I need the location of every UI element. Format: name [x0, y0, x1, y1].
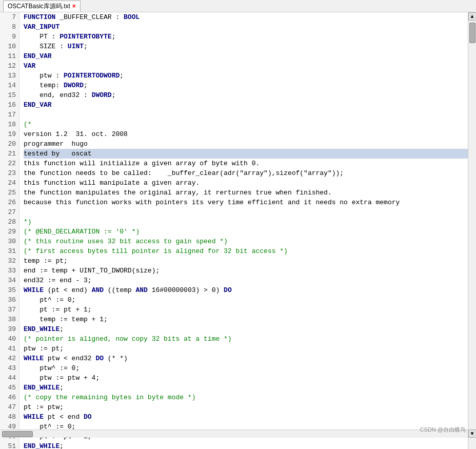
line-number: 7 — [0, 12, 16, 22]
code-line: pt := pt + 1; — [24, 305, 476, 315]
line-number: 11 — [0, 51, 16, 61]
code-line: tested by oscat — [24, 149, 476, 159]
line-number: 33 — [0, 266, 16, 276]
scroll-down-arrow[interactable]: ▼ — [468, 430, 477, 438]
code-line: end32 := end - 3; — [24, 276, 476, 285]
line-number: 15 — [0, 90, 16, 100]
tab-label: OSCATBasic库源码.txt — [8, 2, 70, 11]
line-number: 35 — [0, 285, 16, 295]
code-line: WHILE ptw < end32 DO (* *) — [24, 354, 476, 363]
line-number: 21 — [0, 149, 16, 159]
line-number: 13 — [0, 71, 16, 81]
line-number: 39 — [0, 324, 16, 334]
line-number: 26 — [0, 198, 16, 207]
line-number: 51 — [0, 441, 16, 449]
code-line: pt := ptw; — [24, 402, 476, 412]
line-number: 38 — [0, 315, 16, 324]
line-number: 20 — [0, 139, 16, 149]
code-line: this function will manipulate a given ar… — [24, 178, 476, 188]
editor-container: 7891011121314151617181920212223242526272… — [0, 12, 476, 449]
line-number: 10 — [0, 42, 16, 51]
line-number: 31 — [0, 246, 16, 256]
code-line: ptw := pt; — [24, 344, 476, 354]
line-number: 41 — [0, 344, 16, 354]
line-number: 23 — [0, 168, 16, 178]
code-line: temp := temp + 1; — [24, 315, 476, 324]
line-number: 47 — [0, 402, 16, 412]
line-number: 45 — [0, 383, 16, 393]
code-line: ptw := ptw + 4; — [24, 373, 476, 383]
editor-tab[interactable]: OSCATBasic库源码.txt × — [3, 1, 81, 12]
line-number: 12 — [0, 61, 16, 71]
code-line: temp: DWORD; — [24, 81, 476, 90]
code-line: SIZE : UINT; — [24, 42, 476, 51]
scrollbar-vertical[interactable]: ▲ ▼ — [468, 12, 476, 449]
code-line: END_VAR — [24, 51, 476, 61]
scroll-up-arrow[interactable]: ▲ — [468, 12, 477, 21]
code-line: programmer hugo — [24, 139, 476, 149]
code-line: this function will initialize a given ar… — [24, 159, 476, 168]
code-line: END_WHILE; — [24, 383, 476, 393]
code-line: end, end32 : DWORD; — [24, 90, 476, 100]
line-number: 44 — [0, 373, 16, 383]
watermark: CSDN @自由蝶鸟 — [420, 426, 466, 434]
scroll-thumb[interactable] — [469, 23, 475, 43]
line-number: 43 — [0, 363, 16, 373]
code-line: (* copy the remaining bytes in byte mode… — [24, 393, 476, 402]
code-line: END_WHILE; — [24, 441, 476, 449]
code-line: END_WHILE; — [24, 324, 476, 334]
line-number: 34 — [0, 276, 16, 285]
code-line: WHILE (pt < end) AND ((temp AND 16#00000… — [24, 285, 476, 295]
line-number: 29 — [0, 227, 16, 237]
code-line: (* this routine uses 32 bit access to ga… — [24, 237, 476, 246]
code-line: ptw : POINTER TO DWORD; — [24, 71, 476, 81]
line-number: 24 — [0, 178, 16, 188]
code-line: pt^ := 0; — [24, 295, 476, 305]
code-line: the function manipulates the original ar… — [24, 188, 476, 198]
code-line: FUNCTION _BUFFER_CLEAR : BOOL — [24, 12, 476, 22]
code-line: VAR — [24, 61, 476, 71]
code-line: end := temp + UINT_TO_DWORD(size); — [24, 266, 476, 276]
line-number: 46 — [0, 393, 16, 402]
line-number: 27 — [0, 207, 16, 217]
code-line: (* @END_DECLARATION := '0' *) — [24, 227, 476, 237]
line-number: 14 — [0, 81, 16, 90]
line-number: 18 — [0, 120, 16, 129]
code-line: VAR_INPUT — [24, 22, 476, 32]
code-line: the function needs to be called: _buffer… — [24, 168, 476, 178]
code-line: *) — [24, 217, 476, 227]
code-line — [24, 207, 476, 217]
line-number: 37 — [0, 305, 16, 315]
code-line: WHILE pt < end DO — [24, 412, 476, 422]
line-number: 25 — [0, 188, 16, 198]
line-number: 8 — [0, 22, 16, 32]
line-number: 22 — [0, 159, 16, 168]
line-number: 19 — [0, 129, 16, 139]
code-line: ptw^ := 0; — [24, 363, 476, 373]
code-line — [24, 110, 476, 120]
line-number: 42 — [0, 354, 16, 363]
code-line: because this function works with pointer… — [24, 198, 476, 207]
line-number: 32 — [0, 256, 16, 266]
line-number: 40 — [0, 334, 16, 344]
line-number: 48 — [0, 412, 16, 422]
code-line: PT : POINTER TO BYTE; — [24, 32, 476, 42]
code-line: (* — [24, 120, 476, 129]
line-number: 36 — [0, 295, 16, 305]
line-number: 17 — [0, 110, 16, 120]
line-number: 16 — [0, 100, 16, 110]
title-bar: OSCATBasic库源码.txt × — [0, 0, 476, 12]
code-line: END_VAR — [24, 100, 476, 110]
code-line: temp := pt; — [24, 256, 476, 266]
scrollbar-horizontal[interactable] — [0, 430, 468, 438]
line-number: 9 — [0, 32, 16, 42]
line-numbers: 7891011121314151617181920212223242526272… — [0, 12, 19, 449]
scroll-h-thumb[interactable] — [2, 431, 33, 437]
line-number: 28 — [0, 217, 16, 227]
code-line: (* first access bytes till pointer is al… — [24, 246, 476, 256]
close-icon[interactable]: × — [72, 3, 76, 10]
code-line: version 1.2 31. oct. 2008 — [24, 129, 476, 139]
code-area[interactable]: FUNCTION _BUFFER_CLEAR : BOOLVAR_INPUT P… — [19, 12, 476, 449]
code-line: (* pointer is aligned, now copy 32 bits … — [24, 334, 476, 344]
line-number: 30 — [0, 237, 16, 246]
